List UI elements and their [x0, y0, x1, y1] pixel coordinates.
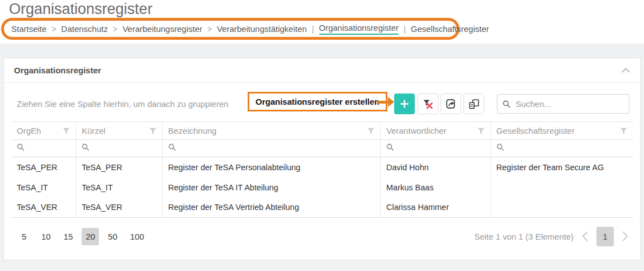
filter-cell-gesellschaftsregister[interactable] — [490, 140, 633, 157]
page-size-100[interactable]: 100 — [126, 228, 148, 245]
filter-row — [11, 140, 633, 157]
breadcrumb-separator: | — [312, 25, 314, 34]
search-icon — [82, 143, 89, 151]
cell-gesellschaftsregister[interactable] — [490, 177, 633, 198]
search-icon — [503, 100, 510, 109]
cell-orgeh[interactable]: TeSA_VER — [11, 198, 76, 218]
filter-cell-bezeichnung[interactable] — [162, 140, 380, 157]
cell-gesellschaftsregister[interactable] — [490, 198, 633, 218]
cell-orgeh[interactable]: TeSA_IT — [11, 177, 76, 198]
breadcrumb-item-verarbeitungsregister[interactable]: Verarbeitungsregister — [122, 24, 202, 34]
callout-arrow — [377, 101, 389, 104]
search-icon — [17, 143, 25, 151]
clear-filter-icon — [423, 99, 433, 109]
cell-verantwortlicher[interactable]: David Hohn — [381, 157, 491, 177]
cell-kuerzel[interactable]: TeSA_IT — [76, 177, 163, 198]
column-header-kuerzel[interactable]: Kürzel — [76, 122, 163, 140]
clear-filter-button[interactable] — [418, 94, 438, 114]
cell-verantwortlicher[interactable]: Markus Baas — [381, 177, 491, 198]
page-header: Organisationsregister Startseite > Daten… — [0, 0, 644, 44]
page-size-20-selected[interactable]: 20 — [82, 228, 99, 245]
cell-bezeichnung[interactable]: Register der TeSA IT Abteilung — [162, 177, 380, 198]
cell-kuerzel[interactable]: TeSA_PER — [76, 157, 163, 177]
page-size-5[interactable]: 5 — [16, 228, 32, 245]
chevron-right-icon — [622, 231, 628, 241]
cell-orgeh[interactable]: TeSA_PER — [11, 157, 76, 177]
breadcrumb-separator: | — [404, 25, 406, 34]
panel-collapse-button[interactable] — [622, 68, 630, 73]
add-register-button[interactable] — [394, 94, 415, 114]
table-row: TeSA_IT TeSA_IT Register der TeSA IT Abt… — [11, 177, 633, 198]
breadcrumb-item-startseite[interactable]: Startseite — [11, 24, 46, 34]
page-number-current[interactable]: 1 — [596, 227, 614, 246]
background-band — [0, 44, 644, 58]
search-icon — [386, 143, 394, 151]
organisationsregister-panel: Organisationsregister Ziehen Sie eine Sp… — [3, 58, 641, 260]
breadcrumb-item-gesellschaftsregister[interactable]: Gesellschaftsregister — [411, 24, 489, 34]
breadcrumb-separator: > — [51, 25, 56, 34]
grid-toolbar: Ziehen Sie eine Spalte hierhin, um danac… — [4, 83, 640, 120]
search-icon — [168, 143, 176, 151]
group-panel-hint: Ziehen Sie eine Spalte hierhin, um danac… — [17, 99, 229, 109]
filter-cell-kuerzel[interactable] — [76, 140, 163, 157]
search-icon — [496, 143, 504, 151]
breadcrumb-item-datenschutz[interactable]: Datenschutz — [61, 24, 108, 34]
funnel-icon[interactable] — [63, 128, 70, 134]
page-size-15[interactable]: 15 — [60, 228, 77, 245]
cell-bezeichnung[interactable]: Register der TeSA Vertrieb Abteilung — [162, 198, 380, 218]
next-page-button[interactable] — [622, 231, 628, 241]
filter-cell-orgeh[interactable] — [11, 140, 76, 157]
column-chooser-icon — [469, 99, 479, 109]
breadcrumb-separator: > — [207, 25, 212, 34]
panel-header: Organisationsregister — [4, 58, 640, 83]
funnel-icon[interactable] — [149, 128, 157, 134]
chevron-left-icon — [582, 231, 588, 241]
column-header-bezeichnung[interactable]: Bezeichnung — [162, 122, 380, 140]
export-button[interactable] — [441, 94, 461, 114]
funnel-icon[interactable] — [620, 128, 627, 134]
create-register-callout: Organisationsregister erstellen — [248, 92, 387, 111]
column-header-gesellschaftsregister[interactable]: Gesellschaftsregister — [490, 122, 633, 140]
pager: 5 10 15 20 50 100 Seite 1 von 1 (3 Eleme… — [4, 217, 640, 260]
breadcrumb-item-verarbeitungstaetigkeiten[interactable]: Verarbeitungstätigkeiten — [217, 24, 307, 34]
search-input[interactable] — [514, 99, 624, 109]
breadcrumb-item-organisationsregister-active[interactable]: Organisationsregister — [319, 23, 399, 35]
column-chooser-button[interactable] — [463, 94, 484, 114]
column-header-verantwortlicher[interactable]: Verantwortlicher — [381, 122, 491, 140]
cell-kuerzel[interactable]: TeSA_VER — [76, 198, 163, 218]
prev-page-button[interactable] — [582, 231, 588, 241]
page-size-50[interactable]: 50 — [104, 228, 121, 245]
export-icon — [446, 99, 456, 109]
grid-search-box — [497, 94, 629, 114]
chevron-up-icon — [622, 68, 630, 73]
column-header-orgeh[interactable]: OrgEh — [11, 122, 76, 140]
table-row: TeSA_PER TeSA_PER Register der TeSA Pers… — [11, 157, 633, 177]
callout-arrow-head — [388, 97, 394, 107]
funnel-icon[interactable] — [367, 128, 375, 134]
funnel-icon[interactable] — [477, 128, 485, 134]
add-icon — [400, 99, 409, 109]
cell-verantwortlicher[interactable]: Clarissa Hammer — [381, 198, 491, 218]
table-header-row: OrgEh Kürzel Bezeichnung Verantwortliche… — [11, 122, 633, 140]
breadcrumb: Startseite > Datenschutz > Verarbeitungs… — [1, 18, 460, 40]
cell-bezeichnung[interactable]: Register der TeSA Personalabteilung — [162, 157, 380, 177]
panel-title: Organisationsregister — [14, 66, 101, 75]
page-size-10[interactable]: 10 — [37, 228, 55, 245]
cell-gesellschaftsregister[interactable]: Register der Team Secure AG — [490, 157, 633, 177]
filter-cell-verantwortlicher[interactable] — [381, 140, 491, 157]
organisationsregister-table: OrgEh Kürzel Bezeichnung Verantwortliche… — [11, 122, 633, 218]
breadcrumb-separator: > — [113, 25, 117, 34]
page-title: Organisationsregister — [9, 1, 153, 18]
table-row: TeSA_VER TeSA_VER Register der TeSA Vert… — [11, 198, 633, 218]
pager-info: Seite 1 von 1 (3 Elemente) — [474, 232, 574, 241]
